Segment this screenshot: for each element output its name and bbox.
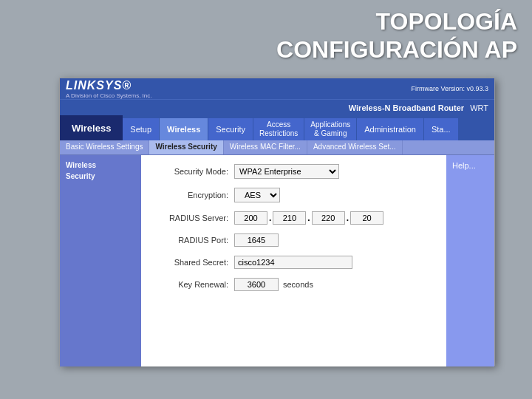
page-title-overlay: TOPOLOGÍA CONFIGURACIÓN AP — [276, 7, 517, 64]
encryption-label: Encryption: — [153, 191, 234, 200]
radius-ip2[interactable] — [273, 211, 306, 225]
subnav-advanced[interactable]: Advanced Wireless Set... — [307, 140, 403, 154]
radius-port-row: RADIUS Port: — [153, 233, 434, 247]
security-mode-select-wrapper[interactable]: WPA2 Enterprise WPA Enterprise WPA2 Pers… — [234, 164, 339, 179]
security-mode-row: Security Mode: WPA2 Enterprise WPA Enter… — [153, 164, 434, 179]
ip-sep-3: . — [347, 213, 349, 223]
nav-tab-apps[interactable]: Applications & Gaming — [304, 118, 357, 140]
right-sidebar: Help... — [446, 155, 494, 366]
subnav-mac[interactable]: Wireless MAC Filter... — [224, 140, 307, 154]
firmware-version: Firmware Version: v0.93.3 — [411, 85, 488, 92]
encryption-select-wrapper[interactable]: AES TKIP TKIP+AES — [234, 188, 280, 202]
nav-tabs: Setup Wireless Security Access Restricti… — [123, 118, 494, 140]
key-renewal-unit: seconds — [283, 280, 313, 289]
shared-secret-label: Shared Secret: — [153, 258, 234, 267]
nav-tab-access-line1: Access — [267, 120, 290, 129]
radius-ip1[interactable] — [234, 211, 267, 225]
shared-secret-input[interactable] — [234, 256, 352, 269]
key-renewal-label: Key Renewal: — [153, 280, 234, 289]
radius-server-label: RADIUS Server: — [153, 214, 234, 222]
radius-port-label: RADIUS Port: — [153, 236, 234, 245]
radius-ip4[interactable] — [350, 211, 383, 225]
radius-port-input[interactable] — [234, 233, 279, 247]
nav-tab-status[interactable]: Sta... — [424, 118, 459, 140]
main-content: Security Mode: WPA2 Enterprise WPA Enter… — [141, 155, 446, 366]
product-model: WRT — [470, 103, 488, 112]
nav-tab-access[interactable]: Access Restrictions — [253, 118, 304, 140]
left-sidebar: Wireless Security — [60, 155, 141, 366]
main-nav: Wireless Setup Wireless Security Access … — [60, 115, 494, 140]
brand-sub: A Division of Cisco Systems, Inc. — [66, 92, 151, 99]
nav-tab-apps-line1: Applications — [310, 120, 350, 129]
nav-tab-wireless[interactable]: Wireless — [160, 118, 208, 140]
title-line2: CONFIGURACIÓN AP — [276, 35, 517, 64]
content-area: Wireless Security Security Mode: WPA2 En… — [60, 155, 494, 366]
help-label: Help... — [452, 161, 476, 170]
encryption-select[interactable]: AES TKIP TKIP+AES — [235, 188, 279, 202]
security-mode-select[interactable]: WPA2 Enterprise WPA Enterprise WPA2 Pers… — [235, 165, 338, 178]
nav-tab-admin[interactable]: Administration — [357, 118, 424, 140]
nav-tab-setup[interactable]: Setup — [123, 118, 160, 140]
sub-nav: Basic Wireless Settings Wireless Securit… — [60, 140, 494, 155]
radius-server-row: RADIUS Server: . . . — [153, 211, 434, 225]
product-name: Wireless-N Broadband Router — [349, 103, 464, 112]
router-ui: LINKSYS® A Division of Cisco Systems, In… — [59, 78, 495, 366]
linksys-header: LINKSYS® A Division of Cisco Systems, In… — [60, 78, 494, 99]
nav-tab-security[interactable]: Security — [208, 118, 253, 140]
shared-secret-row: Shared Secret: — [153, 256, 434, 269]
nav-tab-apps-line2: & Gaming — [314, 129, 347, 138]
product-bar: Wireless-N Broadband Router WRT — [60, 99, 494, 115]
key-renewal-row: Key Renewal: seconds — [153, 278, 434, 291]
subnav-security[interactable]: Wireless Security — [149, 140, 223, 154]
ip-sep-2: . — [307, 213, 310, 223]
ip-sep-1: . — [269, 213, 271, 223]
sidebar-line2: Security — [66, 172, 135, 180]
nav-left-label: Wireless — [60, 115, 123, 140]
brand-name: LINKSYS® — [66, 79, 132, 92]
nav-tab-access-line2: Restrictions — [259, 129, 298, 138]
encryption-row: Encryption: AES TKIP TKIP+AES — [153, 188, 434, 202]
key-renewal-input[interactable] — [234, 278, 279, 291]
title-line1: TOPOLOGÍA — [276, 7, 517, 35]
sidebar-line1: Wireless — [66, 161, 135, 169]
linksys-logo: LINKSYS® A Division of Cisco Systems, In… — [66, 79, 151, 99]
radius-ip3[interactable] — [312, 211, 345, 225]
security-mode-label: Security Mode: — [153, 167, 234, 176]
subnav-basic[interactable]: Basic Wireless Settings — [60, 140, 149, 154]
